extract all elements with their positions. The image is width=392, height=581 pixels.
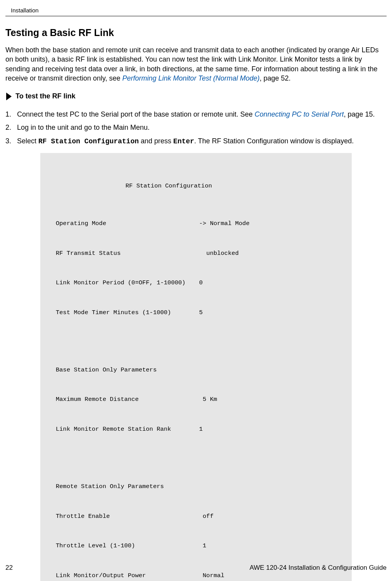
header-section: Installation: [5, 0, 387, 16]
step-2: 2. Log in to the unit and go to the Main…: [5, 123, 387, 132]
terminal-value: unblocked: [199, 249, 336, 259]
terminal-value: 1: [199, 541, 336, 551]
terminal-row: RF Transmit Status unblocked: [56, 249, 336, 259]
terminal-value: 1: [199, 425, 336, 435]
terminal-spacer: [56, 454, 336, 462]
page-number: 22: [5, 564, 13, 572]
step-body: Connect the test PC to the Serial port o…: [17, 110, 387, 119]
terminal-label: Base Station Only Parameters: [56, 365, 199, 375]
terminal-row: Link Monitor Remote Station Rank1: [56, 425, 336, 435]
step-num: 1.: [5, 110, 17, 119]
terminal-label: Link Monitor Remote Station Rank: [56, 425, 199, 435]
terminal-title: RF Station Configuration: [56, 181, 336, 191]
ordered-list: 1. Connect the test PC to the Serial por…: [5, 110, 387, 146]
footer-title: AWE 120-24 Installation & Configuration …: [249, 564, 387, 572]
arrow-icon: [6, 93, 12, 100]
procedure-heading-text: To test the RF link: [15, 92, 76, 100]
terminal-label: Link Monitor Period (0=OFF, 1-10000): [56, 278, 199, 288]
terminal-label: RF Transmit Status: [56, 249, 199, 259]
terminal-row: Link Monitor/Output Power Normal: [56, 571, 336, 581]
terminal-row: Maximum Remote Distance 5 Km: [56, 395, 336, 405]
step-num: 3.: [5, 136, 17, 146]
terminal-label: Link Monitor/Output Power: [56, 571, 199, 581]
terminal-value: 5: [199, 308, 336, 318]
terminal-output: RF Station Configuration Operating Mode-…: [40, 153, 352, 581]
content-area: Testing a Basic RF Link When both the ba…: [0, 16, 392, 581]
terminal-value: 5 Km: [199, 395, 336, 405]
terminal-spacer: [56, 338, 336, 346]
intro-text-2: , page 52.: [260, 74, 291, 82]
footer: 22 AWE 120-24 Installation & Configurati…: [5, 564, 387, 572]
step-text: Select: [17, 137, 38, 145]
terminal-label: Operating Mode: [56, 219, 199, 229]
intro-link[interactable]: Performing Link Monitor Test (Normal Mod…: [122, 74, 260, 82]
terminal-label: Remote Station Only Parameters: [56, 482, 199, 492]
terminal-label: Maximum Remote Distance: [56, 395, 199, 405]
step-code: Enter: [173, 138, 194, 145]
terminal-value: Normal: [199, 571, 336, 581]
step-text: . The RF Station Configuration window is…: [194, 137, 354, 145]
terminal-row: Throttle Enable off: [56, 512, 336, 522]
terminal-label: Throttle Enable: [56, 512, 199, 522]
step-num: 2.: [5, 123, 17, 132]
header-text: Installation: [11, 7, 39, 14]
step-body: Select RF Station Configuration and pres…: [17, 136, 387, 146]
terminal-label: Test Mode Timer Minutes (1-1000): [56, 308, 199, 318]
step-1: 1. Connect the test PC to the Serial por…: [5, 110, 387, 119]
step-code: RF Station Configuration: [38, 138, 139, 145]
terminal-value: [199, 365, 336, 375]
terminal-label: Throttle Level (1-100): [56, 541, 199, 551]
terminal-row: Operating Mode-> Normal Mode: [56, 219, 336, 229]
step-link[interactable]: Connecting PC to Serial Port: [254, 110, 344, 118]
intro-paragraph: When both the base station and remote un…: [5, 45, 387, 83]
step-text: Connect the test PC to the Serial port o…: [17, 110, 254, 118]
terminal-row: Throttle Level (1-100) 1: [56, 541, 336, 551]
terminal-row: Test Mode Timer Minutes (1-1000)5: [56, 308, 336, 318]
terminal-value: off: [199, 512, 336, 522]
terminal-row: Remote Station Only Parameters: [56, 482, 336, 492]
terminal-value: -> Normal Mode: [199, 219, 336, 229]
terminal-value: [199, 482, 336, 492]
terminal-row: Base Station Only Parameters: [56, 365, 336, 375]
step-body: Log in to the unit and go to the Main Me…: [17, 123, 387, 132]
step-3: 3. Select RF Station Configuration and p…: [5, 136, 387, 146]
terminal-row: Link Monitor Period (0=OFF, 1-10000)0: [56, 278, 336, 288]
terminal-value: 0: [199, 278, 336, 288]
page-title: Testing a Basic RF Link: [5, 27, 387, 38]
procedure-heading: To test the RF link: [5, 92, 387, 100]
step-text: and press: [139, 137, 173, 145]
step-text: , page 15.: [344, 110, 375, 118]
